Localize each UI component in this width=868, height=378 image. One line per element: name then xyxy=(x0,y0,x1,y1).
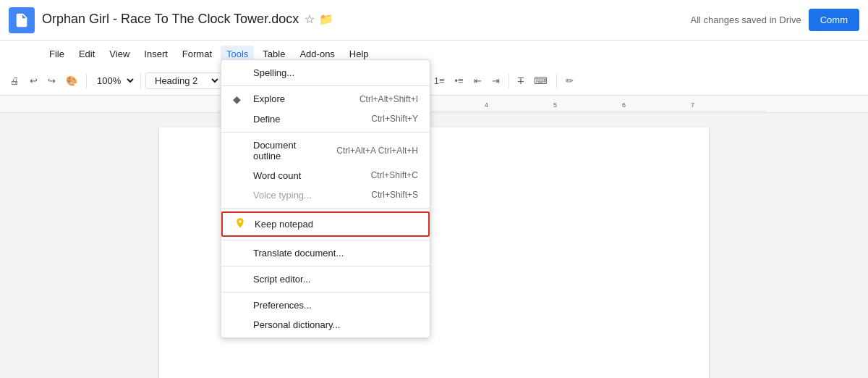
clear-format-button[interactable]: T̶ xyxy=(514,72,528,89)
doc-title-row: Orphan Girl - Race To The Clock Tower.do… xyxy=(42,12,676,27)
zoom-select[interactable]: 100% xyxy=(91,73,136,88)
tools-keep-notepad[interactable]: Keep notepad xyxy=(221,211,430,237)
numbered-list-button[interactable]: 1≡ xyxy=(430,72,449,89)
menu-edit[interactable]: Edit xyxy=(73,46,101,62)
tools-translate[interactable]: Translate document... xyxy=(221,243,430,263)
keep-icon xyxy=(234,217,249,231)
tools-script-editor[interactable]: Script editor... xyxy=(221,269,430,289)
svg-text:5: 5 xyxy=(553,101,557,109)
separator-2 xyxy=(140,74,141,88)
tools-spelling[interactable]: Spelling... xyxy=(221,63,430,83)
star-icon[interactable]: ☆ xyxy=(305,12,315,26)
menu-bar: File Edit View Insert Format Tools Spell… xyxy=(0,41,868,67)
tools-define[interactable]: Define Ctrl+Shift+Y xyxy=(221,109,430,129)
separator-1 xyxy=(86,74,87,88)
decrease-indent-button[interactable]: ⇤ xyxy=(469,72,486,89)
ruler-container: 1 2 3 4 5 6 7 xyxy=(0,96,868,113)
tools-voice-typing[interactable]: Voice typing... Ctrl+Shift+S xyxy=(221,185,430,205)
tools-word-count[interactable]: Word count Ctrl+Shift+C xyxy=(221,166,430,185)
menu-divider-2 xyxy=(221,132,430,133)
explore-icon: ◆ xyxy=(233,93,247,105)
pencil-button[interactable]: ✏ xyxy=(561,72,578,89)
tools-personal-dictionary[interactable]: Personal dictionary... xyxy=(221,315,430,335)
separator-6 xyxy=(556,74,557,88)
separator-5 xyxy=(509,74,509,88)
svg-text:4: 4 xyxy=(485,101,488,109)
redo-button[interactable]: ↪ xyxy=(43,72,60,89)
menu-divider-4 xyxy=(221,240,430,240)
comment-button[interactable]: Comm xyxy=(809,9,859,31)
menu-divider-3 xyxy=(221,208,430,209)
doc-title-text: Orphan Girl - Race To The Clock Tower.do… xyxy=(42,12,299,27)
folder-icon[interactable]: 📁 xyxy=(319,12,333,26)
save-status: All changes saved in Drive xyxy=(691,14,801,25)
menu-format[interactable]: Format xyxy=(176,46,218,62)
keyboard-button[interactable]: ⌨ xyxy=(529,72,552,89)
menu-view[interactable]: View xyxy=(103,46,135,62)
title-icons: ☆ 📁 xyxy=(305,12,333,26)
menu-file[interactable]: File xyxy=(43,46,70,62)
paint-format-button[interactable]: 🎨 xyxy=(61,72,82,89)
menu-insert[interactable]: Insert xyxy=(138,46,174,62)
tools-explore[interactable]: ◆ Explore Ctrl+Alt+Shift+I xyxy=(221,89,430,109)
style-select[interactable]: Heading 1 Heading 2 Heading 3 Normal tex… xyxy=(145,72,221,89)
title-info: Orphan Girl - Race To The Clock Tower.do… xyxy=(42,12,676,28)
tools-dropdown-container: Tools Spelling... ◆ Explore Ctrl+Alt+Shi… xyxy=(221,49,254,59)
svg-rect-1 xyxy=(18,22,22,23)
print-button[interactable]: 🖨 xyxy=(6,72,24,89)
tools-document-outline[interactable]: Document outline Ctrl+Alt+A Ctrl+Alt+H xyxy=(221,135,430,166)
bulleted-list-button[interactable]: •≡ xyxy=(451,72,468,89)
tools-preferences[interactable]: Preferences... xyxy=(221,295,430,315)
toolbar: 🖨 ↩ ↪ 🎨 100% Heading 1 Heading 2 Heading… xyxy=(0,67,868,96)
undo-button[interactable]: ↩ xyxy=(25,72,42,89)
title-bar: Orphan Girl - Race To The Clock Tower.do… xyxy=(0,0,868,41)
tools-dropdown-menu: Spelling... ◆ Explore Ctrl+Alt+Shift+I D… xyxy=(221,59,430,338)
doc-area xyxy=(0,113,868,378)
increase-indent-button[interactable]: ⇥ xyxy=(488,72,504,89)
menu-divider-5 xyxy=(221,266,430,266)
google-docs-icon xyxy=(9,7,35,33)
ruler: 1 2 3 4 5 6 7 xyxy=(43,97,868,112)
svg-text:6: 6 xyxy=(622,101,626,109)
svg-text:7: 7 xyxy=(691,101,694,109)
menu-divider-6 xyxy=(221,292,430,293)
menu-divider-1 xyxy=(221,85,430,86)
svg-rect-0 xyxy=(18,20,25,21)
